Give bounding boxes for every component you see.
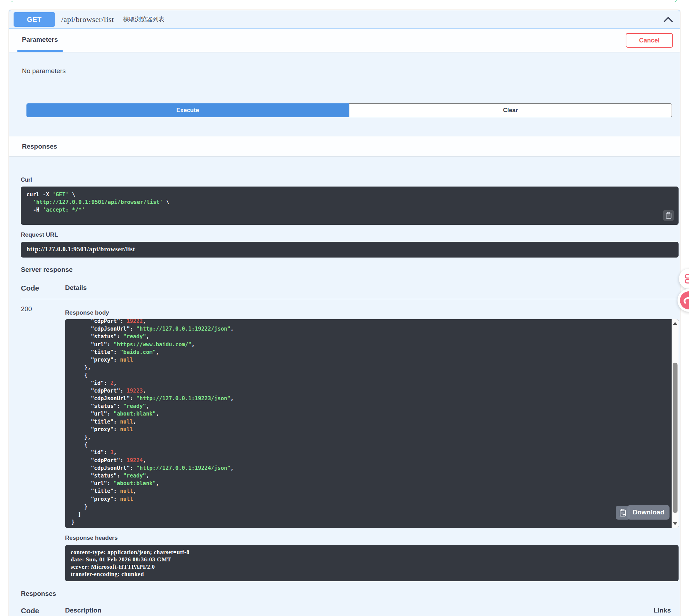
details-column-header: Details [65, 284, 87, 292]
scrollbar-down-arrow-icon[interactable] [673, 522, 677, 525]
responses-section-header: Responses [9, 136, 680, 156]
parameters-section-header: Parameters Cancel [9, 29, 680, 52]
download-button[interactable]: Download [627, 505, 670, 520]
responses-code-header: Code [21, 607, 65, 615]
scrollbar-up-arrow-icon[interactable] [673, 322, 677, 325]
cancel-button[interactable]: Cancel [626, 33, 673, 48]
responses-body: Curl curl -X 'GET' \ 'http://127.0.0.1:9… [9, 177, 680, 615]
server-response-table-head: Code Details [21, 284, 679, 299]
response-headers-label: Response headers [65, 535, 679, 542]
server-response-row: 200 Response body "cdpPort": 19222, "cdp… [21, 305, 679, 581]
clipboard-arrow-icon [619, 509, 626, 517]
server-response-label: Server response [21, 266, 679, 274]
opblock-summary[interactable]: GET /api/browser/list 获取浏览器列表 [9, 10, 680, 29]
curl-code-block: curl -X 'GET' \ 'http://127.0.0.1:9501/a… [21, 187, 679, 225]
clear-button[interactable]: Clear [349, 103, 672, 117]
get-opblock: GET /api/browser/list 获取浏览器列表 Parameters… [9, 10, 680, 616]
responses-title: Responses [22, 143, 57, 150]
method-badge: GET [14, 12, 55, 27]
execute-row: Execute Clear [26, 103, 672, 117]
request-url-label: Request URL [21, 231, 679, 238]
response-headers-block: content-type: application/json; charset=… [65, 545, 679, 581]
response-body-scrollbar[interactable] [672, 319, 679, 528]
clipboard-icon [666, 212, 672, 219]
responses-table-head: Code Description Links [21, 607, 679, 615]
response-body-label: Response body [65, 309, 679, 316]
endpoint-path: /api/browser/list [61, 15, 114, 24]
execute-button[interactable]: Execute [26, 103, 349, 117]
responses-links-header: Links [654, 607, 671, 614]
responses-table-title: Responses [21, 590, 679, 598]
request-url-value: http://127.0.0.1:9501/api/browser/list [21, 242, 679, 258]
tab-parameters[interactable]: Parameters [17, 29, 63, 52]
curl-copy-button[interactable] [663, 210, 674, 221]
scrollbar-thumb[interactable] [673, 363, 678, 513]
status-code: 200 [21, 305, 65, 581]
no-parameters-text: No parameters [9, 52, 680, 75]
collapse-chevron-icon[interactable] [664, 16, 673, 22]
pink-circle-icon [680, 291, 689, 309]
response-body-block: "cdpPort": 19222, "cdpJsonUrl": "http://… [65, 319, 679, 528]
code-column-header: Code [21, 284, 65, 292]
curl-label: Curl [21, 177, 679, 183]
previous-opblock-partial [10, 0, 677, 2]
endpoint-summary: 获取浏览器列表 [123, 15, 164, 23]
response-body-code: "cdpPort": 19222, "cdpJsonUrl": "http://… [65, 319, 672, 528]
responses-description-header: Description [65, 607, 654, 614]
floating-widget-button[interactable] [679, 269, 689, 289]
mini-program-icon [684, 274, 689, 284]
curl-code: curl -X 'GET' \ 'http://127.0.0.1:9501/a… [26, 191, 169, 213]
